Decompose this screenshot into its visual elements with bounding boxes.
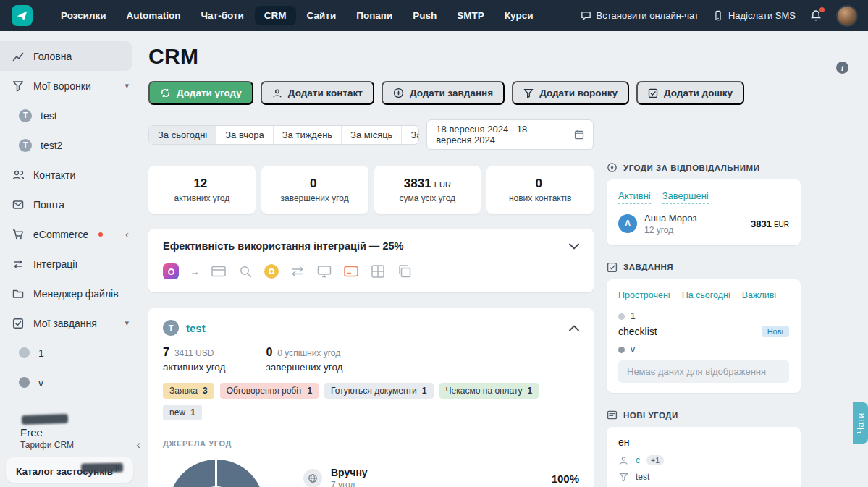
sidebar-item-home[interactable]: Головна	[0, 41, 132, 71]
chevron-up-icon[interactable]	[569, 325, 579, 331]
collapse-sidebar-icon[interactable]: ‹	[136, 438, 140, 452]
group-dot	[19, 377, 30, 388]
period-tab-today[interactable]: За сьогодні	[149, 126, 216, 144]
sidebar-item-label: Мої завдання	[33, 318, 97, 329]
nav-item-mailings[interactable]: Розсилки	[51, 6, 116, 25]
task-item-row[interactable]: checklist Нові	[618, 326, 789, 337]
pipeline-avatar: T	[163, 320, 179, 336]
sidebar-item-label: Менеджер файлів	[33, 288, 119, 300]
nav-item-automation[interactable]: Automation	[117, 6, 190, 25]
messenger-app-icon[interactable]	[163, 263, 179, 279]
owner-deals-count: 12 угод	[644, 225, 696, 235]
done-label: завершених угод	[266, 362, 342, 373]
tab-today-tasks[interactable]: На сьогодні	[682, 289, 730, 303]
copy-icon[interactable]	[397, 263, 413, 279]
sidebar-item-ecommerce[interactable]: eCommerce ‹	[0, 219, 139, 249]
owners-card: Активні Завершені А Анна Мороз 12 угод 3…	[607, 179, 801, 245]
notifications-bell-icon[interactable]	[810, 9, 822, 22]
coin-icon[interactable]	[264, 264, 279, 279]
user-avatar[interactable]	[836, 5, 858, 27]
install-chat-button[interactable]: Встановити онлайн-чат	[581, 10, 699, 21]
search-icon[interactable]	[237, 263, 253, 279]
add-deal-button[interactable]: Додати угоду	[148, 81, 253, 105]
nav-item-crm[interactable]: CRM	[255, 6, 296, 25]
tab-active-deals[interactable]: Активні	[618, 189, 651, 204]
group-dot	[618, 347, 625, 353]
tab-overdue-tasks[interactable]: Прострочені	[618, 289, 670, 303]
crm-tariffs-link[interactable]: Тарифи CRM	[6, 440, 133, 450]
info-icon[interactable]: i	[836, 62, 848, 74]
stat-closed-deals: 0 завершених угод	[261, 166, 368, 214]
pipeline-name-link[interactable]: test	[186, 322, 206, 334]
period-tab-yesterday[interactable]: За вчора	[216, 126, 273, 144]
tab-important-tasks[interactable]: Важливі	[742, 289, 776, 303]
period-filters: За сьогодні За вчора За тиждень За місяц…	[148, 119, 594, 150]
sidebar-item-task-group-v[interactable]: v	[0, 368, 139, 397]
target-icon	[607, 162, 618, 173]
nav-item-popups[interactable]: Попапи	[347, 6, 402, 25]
period-tab-3months[interactable]: За 3 місяці	[402, 126, 419, 144]
contacts-icon	[12, 169, 25, 181]
nav-item-push[interactable]: Push	[403, 6, 446, 25]
top-navbar: Розсилки Automation Чат-боти CRM Сайти П…	[0, 0, 868, 31]
monitor-icon[interactable]	[316, 263, 332, 279]
sidebar-item-mail[interactable]: Пошта	[0, 190, 139, 219]
period-tab-month[interactable]: За місяць	[342, 126, 402, 144]
active-sum: 3411 USD	[174, 348, 214, 358]
transfer-icon[interactable]	[290, 263, 306, 279]
grid-icon[interactable]	[370, 263, 386, 279]
nav-item-courses[interactable]: Курси	[495, 6, 543, 25]
sidebar-item-label: Пошта	[33, 199, 64, 211]
stage-tag-payment[interactable]: Чекаємо на оплату1	[439, 383, 539, 399]
stage-tag-new[interactable]: new1	[163, 405, 202, 420]
tab-closed-deals[interactable]: Завершені	[662, 189, 709, 204]
sidebar-item-my-tasks[interactable]: Мої завдання ▾	[0, 308, 139, 338]
stat-value: 12	[193, 177, 207, 191]
chevron-down-icon[interactable]: ▾	[125, 318, 129, 328]
sidebar-item-funnel-test2[interactable]: T test2	[0, 130, 139, 160]
sidebar-item-task-group-1[interactable]: 1	[0, 338, 139, 368]
add-contact-button[interactable]: Додати контакт	[261, 81, 374, 105]
sidebar-item-integrations[interactable]: Інтеграції	[0, 249, 139, 279]
redacted-scribble	[22, 413, 68, 424]
stage-label: Заявка	[169, 386, 198, 396]
add-board-button[interactable]: Додати дошку	[636, 81, 744, 105]
chevron-left-icon[interactable]: ‹	[125, 229, 129, 240]
card-icon[interactable]	[211, 263, 227, 279]
send-sms-button[interactable]: Надіслати SMS	[713, 10, 796, 21]
contact-link[interactable]: с	[636, 455, 640, 465]
nav-item-chatbots[interactable]: Чат-боти	[192, 6, 253, 25]
section-title: НОВІ УГОДИ	[623, 411, 678, 420]
stage-tag-discussion[interactable]: Обговорення робіт1	[220, 383, 319, 399]
period-tab-week[interactable]: За тиждень	[274, 126, 342, 144]
stage-label: new	[169, 407, 185, 418]
chevron-down-icon[interactable]	[569, 243, 579, 250]
app-catalog-button[interactable]: Каталог застосунківβ	[6, 457, 133, 483]
action-buttons: Додати угоду Додати контакт Додати завда…	[148, 81, 594, 105]
owner-sum-value: 3831	[751, 219, 772, 229]
chevron-down-icon[interactable]: ▾	[125, 81, 129, 90]
owners-section-header: УГОДИ ЗА ВІДПОВІДАЛЬНИМИ	[607, 162, 801, 173]
sidebar-item-file-manager[interactable]: Менеджер файлів	[0, 279, 139, 308]
owner-row[interactable]: А Анна Мороз 12 угод 3831EUR	[618, 213, 789, 235]
nav-item-sites[interactable]: Сайти	[298, 6, 346, 25]
app-logo[interactable]	[12, 5, 33, 26]
add-funnel-button[interactable]: Додати воронку	[512, 81, 629, 105]
date-range-picker[interactable]: 18 вересня 2024 - 18 вересня 2024	[426, 119, 594, 150]
sidebar-item-contacts[interactable]: Контакти	[0, 160, 139, 190]
add-task-button[interactable]: Додати завдання	[382, 81, 505, 105]
content-area: i CRM Додати угоду Додати контакт Додати…	[139, 31, 868, 487]
stat-value: 0	[310, 177, 316, 191]
deal-name[interactable]: ен	[618, 436, 789, 448]
payment-icon[interactable]	[343, 263, 359, 279]
new-feature-dot	[98, 232, 103, 237]
sidebar-item-funnels[interactable]: Мої воронки ▾	[0, 71, 139, 101]
sidebar-item-label: eCommerce	[33, 229, 88, 240]
stage-tag-documents[interactable]: Готуються документи1	[324, 383, 433, 399]
stage-tag-zayavka[interactable]: Заявка3	[163, 383, 214, 399]
more-contacts-badge[interactable]: +1	[646, 455, 664, 465]
button-label: Додати завдання	[410, 88, 493, 98]
chats-side-tab[interactable]: Чати	[853, 402, 868, 444]
sidebar-item-funnel-test[interactable]: T test	[0, 101, 139, 130]
nav-item-smtp[interactable]: SMTP	[447, 6, 494, 25]
